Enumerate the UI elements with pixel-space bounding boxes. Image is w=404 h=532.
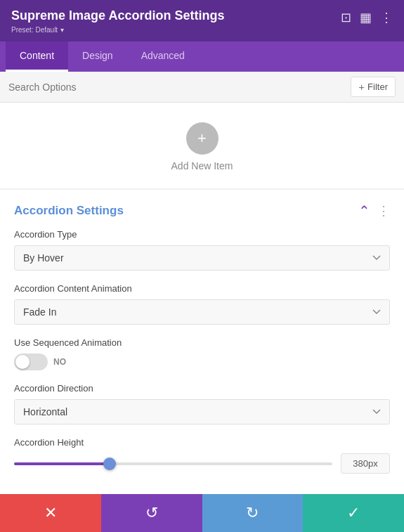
section-more-icon[interactable]: ⋮ [377,203,390,219]
toggle-wrapper: NO [14,353,390,370]
section-header: Accordion Settings ⌃ ⋮ [0,190,404,229]
section-title: Accordion Settings [14,204,124,218]
accordion-height-value[interactable]: 380px [341,453,390,474]
accordion-type-label: Accordion Type [14,229,390,240]
accordion-settings-section: Accordion Settings ⌃ ⋮ Accordion Type By… [0,188,404,486]
preset-selector[interactable]: Preset: Default ▾ [11,25,224,34]
accordion-height-label: Accordion Height [14,437,390,448]
columns-icon[interactable]: ▦ [360,11,372,24]
bottom-toolbar: ✕ ↺ ↻ ✓ [0,494,404,532]
filter-plus-icon: + [358,81,365,93]
accordion-type-group: Accordion Type By Hover By Click [0,229,404,283]
cancel-icon: ✕ [44,504,57,522]
app-title: Supreme Image Accordion Settings [11,8,224,23]
responsive-icon[interactable]: ⊡ [341,11,351,24]
toggle-knob [15,355,30,369]
tab-content[interactable]: Content [6,41,68,72]
accordion-type-select[interactable]: By Hover By Click [14,245,390,271]
redo-button[interactable]: ↻ [202,494,304,532]
accordion-height-slider[interactable] [14,462,332,465]
main-content: + Add New Item Accordion Settings ⌃ ⋮ Ac… [0,103,404,504]
accordion-content-animation-group: Accordion Content Animation Fade In Slid… [0,283,404,337]
header: Supreme Image Accordion Settings Preset:… [0,0,404,41]
accordion-direction-label: Accordion Direction [14,383,390,394]
accordion-content-animation-select[interactable]: Fade In Slide None [14,299,390,325]
search-bar: + Filter [0,72,404,103]
sequenced-animation-toggle[interactable] [14,353,48,370]
header-left: Supreme Image Accordion Settings Preset:… [11,8,224,34]
add-new-item-area: + Add New Item [0,103,404,188]
use-sequenced-animation-label: Use Sequenced Animation [14,337,390,348]
accordion-direction-select[interactable]: Horizontal Vertical [14,399,390,424]
use-sequenced-animation-group: Use Sequenced Animation NO [0,337,404,383]
save-button[interactable]: ✓ [303,494,404,532]
tab-advanced[interactable]: Advanced [127,41,199,72]
tab-bar: Content Design Advanced [0,41,404,72]
filter-button[interactable]: + Filter [351,77,396,97]
accordion-height-group: Accordion Height 380px [0,437,404,486]
toggle-off-label: NO [53,357,66,367]
search-input[interactable] [8,82,351,93]
accordion-direction-group: Accordion Direction Horizontal Vertical [0,383,404,437]
slider-fill [14,462,110,465]
section-actions: ⌃ ⋮ [358,202,390,219]
save-icon: ✓ [347,504,360,522]
add-new-item-button[interactable]: + [186,122,219,155]
accordion-content-animation-label: Accordion Content Animation [14,283,390,294]
add-plus-icon: + [197,131,207,146]
add-new-item-label: Add New Item [171,160,233,171]
undo-icon: ↺ [145,504,158,522]
tab-design[interactable]: Design [68,41,127,72]
header-actions: ⊡ ▦ ⋮ [341,11,393,24]
section-collapse-icon[interactable]: ⌃ [358,202,370,219]
cancel-button[interactable]: ✕ [0,494,101,532]
slider-thumb[interactable] [103,458,116,470]
slider-row: 380px [14,453,390,474]
undo-button[interactable]: ↺ [101,494,202,532]
redo-icon: ↻ [246,504,259,522]
more-icon[interactable]: ⋮ [380,11,393,24]
